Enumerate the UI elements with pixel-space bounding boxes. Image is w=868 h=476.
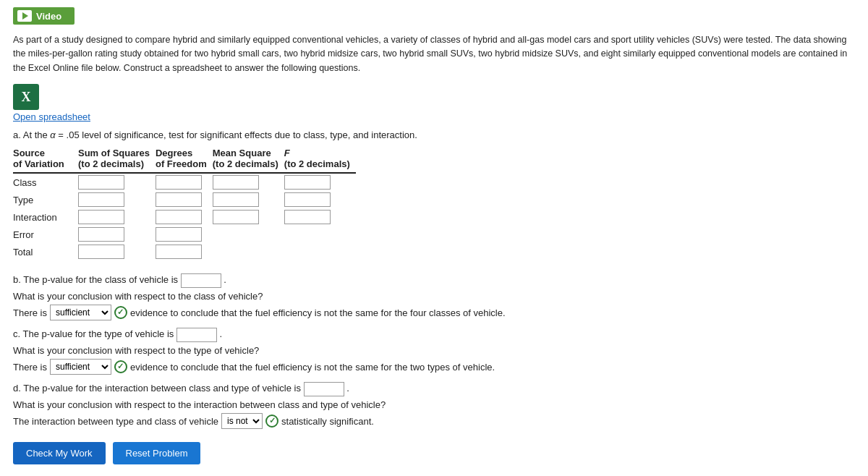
section-d-pval-label: d. The p-value for the interaction betwe…	[13, 383, 301, 394]
row-class-sum-sq[interactable]	[78, 173, 156, 191]
video-bar[interactable]: Video	[13, 7, 75, 25]
header-degrees: Degreesof Freedom	[156, 146, 213, 173]
select-c-sufficient[interactable]: sufficient insufficient	[50, 359, 111, 375]
section-d-pval-line: d. The p-value for the interaction betwe…	[13, 382, 855, 396]
input-total-sum-sq[interactable]	[78, 245, 124, 259]
input-interaction-sum-sq[interactable]	[78, 210, 124, 224]
input-class-f[interactable]	[284, 175, 331, 190]
section-c-there-is: There is	[13, 362, 47, 373]
row-class-f[interactable]	[284, 173, 356, 191]
input-class-sum-sq[interactable]	[78, 175, 124, 190]
input-interaction-degrees[interactable]	[156, 210, 202, 224]
input-d-pval[interactable]	[304, 382, 344, 396]
section-c-pval-label: c. The p-value for the type of vehicle i…	[13, 329, 174, 340]
section-b: b. The p-value for the class of vehicle …	[13, 273, 855, 320]
input-interaction-mean-sq[interactable]	[213, 210, 259, 224]
section-b-pval-line: b. The p-value for the class of vehicle …	[13, 273, 855, 288]
input-class-mean-sq[interactable]	[213, 175, 259, 190]
row-interaction-source: Interaction	[13, 208, 78, 226]
input-c-pval[interactable]	[176, 328, 217, 342]
section-c-pval-line: c. The p-value for the type of vehicle i…	[13, 328, 855, 342]
open-spreadsheet-link[interactable]: Open spreadsheet	[13, 111, 855, 122]
excel-icon: X	[13, 84, 39, 110]
section-d-conclusion: What is your conclusion with respect to …	[13, 399, 855, 410]
video-icon	[17, 10, 32, 22]
section-d-interaction-suffix: statistically significant.	[281, 416, 374, 427]
excel-row: X	[13, 84, 855, 110]
section-d-interaction-line: The interaction between type and class o…	[13, 413, 855, 429]
section-a-label: a. At the α = .05 level of significance,…	[13, 129, 855, 140]
header-f: F(to 2 decimals)	[284, 146, 356, 173]
input-interaction-f[interactable]	[284, 210, 331, 224]
input-type-f[interactable]	[284, 192, 331, 207]
section-c: c. The p-value for the type of vehicle i…	[13, 328, 855, 375]
section-b-conclusion: What is your conclusion with respect to …	[13, 291, 855, 302]
row-class-source: Class	[13, 173, 78, 191]
input-type-sum-sq[interactable]	[78, 192, 124, 207]
section-b-evidence-text: evidence to conclude that the fuel effic…	[130, 307, 506, 318]
select-d-is-not[interactable]: is not is	[221, 413, 263, 429]
check-circle-b	[114, 306, 127, 319]
input-class-degrees[interactable]	[156, 175, 202, 190]
table-row: Type	[13, 191, 356, 208]
input-error-degrees[interactable]	[156, 227, 202, 242]
select-b-sufficient[interactable]: sufficient insufficient	[50, 305, 111, 320]
row-type-source: Type	[13, 191, 78, 208]
button-row: Check My Work Reset Problem	[13, 442, 855, 464]
section-d: d. The p-value for the interaction betwe…	[13, 382, 855, 429]
row-error-source: Error	[13, 226, 78, 243]
input-type-degrees[interactable]	[156, 192, 202, 207]
video-label: Video	[36, 11, 61, 22]
table-row: Interaction	[13, 208, 356, 226]
input-total-degrees[interactable]	[156, 245, 202, 259]
section-c-evidence-text: evidence to conclude that the fuel effic…	[130, 362, 495, 373]
input-b-pval[interactable]	[181, 273, 221, 288]
row-class-degrees[interactable]	[156, 173, 213, 191]
reset-problem-button[interactable]: Reset Problem	[113, 442, 201, 464]
section-c-conclusion: What is your conclusion with respect to …	[13, 345, 855, 356]
table-row: Error	[13, 226, 356, 243]
table-row: Class	[13, 173, 356, 191]
table-row: Total	[13, 243, 356, 260]
check-circle-c	[114, 360, 127, 373]
section-b-pval-label: b. The p-value for the class of vehicle …	[13, 275, 178, 286]
header-source: Sourceof Variation	[13, 146, 78, 173]
header-sum-sq: Sum of Squares(to 2 decimals)	[78, 146, 156, 173]
intro-text: As part of a study designed to compare h…	[13, 33, 852, 75]
section-b-there-is-line: There is sufficient insufficient evidenc…	[13, 305, 855, 320]
section-b-there-is: There is	[13, 307, 47, 318]
input-error-sum-sq[interactable]	[78, 227, 124, 242]
section-c-there-is-line: There is sufficient insufficient evidenc…	[13, 359, 855, 375]
header-mean-sq: Mean Square(to 2 decimals)	[213, 146, 284, 173]
input-type-mean-sq[interactable]	[213, 192, 259, 207]
row-total-source: Total	[13, 243, 78, 260]
check-circle-d	[265, 415, 278, 428]
section-d-interaction-prefix: The interaction between type and class o…	[13, 416, 218, 427]
anova-table: Sourceof Variation Sum of Squares(to 2 d…	[13, 146, 356, 260]
check-my-work-button[interactable]: Check My Work	[13, 442, 106, 464]
row-class-mean-sq[interactable]	[213, 173, 284, 191]
